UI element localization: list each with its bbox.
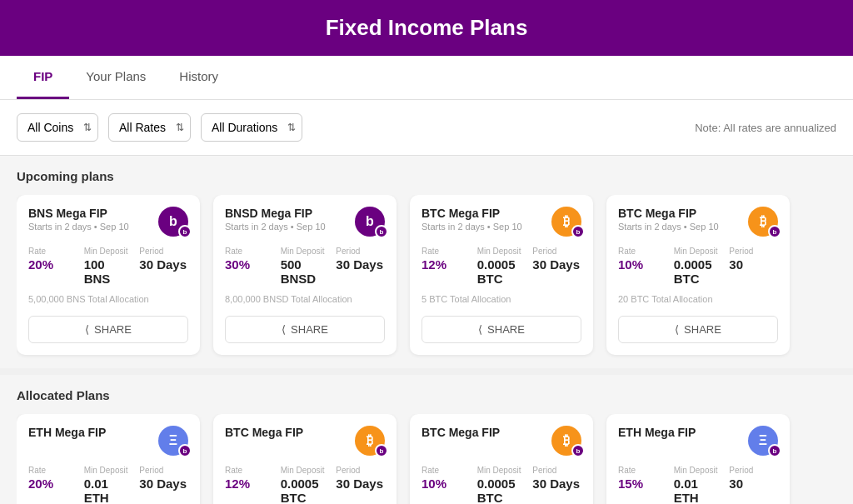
min-deposit-label: Min Deposit [674,466,723,475]
rate-value: 12% [422,257,471,272]
rates-filter[interactable]: All Rates 10% 12% 15% 20% 30% [108,113,191,142]
coin-badge: b [571,225,585,238]
rate-value: 10% [422,477,471,491]
period-label: Period [532,466,581,475]
share-button[interactable]: ⟨ SHARE [618,316,778,343]
durations-filter[interactable]: All Durations 30 Days 60 Days 90 Days [201,113,302,142]
card-stats: Rate 20% Min Deposit 100 BNS Period 30 D… [28,247,188,286]
allocated-card[interactable]: ETH Mega FIP Ξ b Rate 15% Min Deposit 0.… [606,414,790,504]
period-value: 30 Days [532,477,581,491]
upcoming-card[interactable]: BNSD Mega FIP Starts in 2 days • Sep 10 … [213,195,397,355]
card-stats: Rate 12% Min Deposit 0.0005 BTC Period 3… [225,466,385,504]
min-deposit-stat: Min Deposit 0.0005 BTC [281,466,330,504]
page-title: Fixed Income Plans [15,15,838,41]
rate-label: Rate [28,466,77,475]
card-stats: Rate 30% Min Deposit 500 BNSD Period 30 … [225,247,385,286]
upcoming-card[interactable]: BTC Mega FIP Starts in 2 days • Sep 10 ₿… [410,195,593,355]
period-value: 30 Days [139,477,188,491]
min-deposit-stat: Min Deposit 0.0005 BTC [477,466,526,504]
share-label: SHARE [94,323,132,336]
share-button[interactable]: ⟨ SHARE [28,316,188,343]
share-icon: ⟨ [282,323,286,336]
upcoming-cards-row: BNS Mega FIP Starts in 2 days • Sep 10 b… [17,195,836,362]
min-deposit-label: Min Deposit [84,247,133,256]
period-stat: Period 30 Days [139,247,188,286]
coin-icon: b b [355,207,385,237]
card-title: BNS Mega FIP [28,207,129,220]
card-title: BTC Mega FIP [225,426,303,439]
coin-badge: b [178,225,192,238]
card-title: BTC Mega FIP [422,426,500,439]
period-stat: Period 30 Days [139,466,188,504]
allocated-card[interactable]: BTC Mega FIP ₿ b Rate 10% Min Deposit 0.… [410,414,593,504]
coin-icon: b b [158,207,188,237]
card-subtitle: Starts in 2 days • Sep 10 [618,222,719,232]
period-stat: Period 30 Days [336,466,385,504]
tab-fip[interactable]: FIP [17,56,69,99]
rate-value: 12% [225,477,274,491]
min-deposit-label: Min Deposit [281,466,330,475]
durations-filter-wrapper: All Durations 30 Days 60 Days 90 Days [201,113,302,142]
card-title: BTC Mega FIP [618,207,719,220]
share-button[interactable]: ⟨ SHARE [225,316,385,343]
allocated-section-title: Allocated Plans [17,388,836,402]
card-header: BTC Mega FIP ₿ b [225,426,385,456]
rates-filter-wrapper: All Rates 10% 12% 15% 20% 30% [108,113,191,142]
period-label: Period [139,247,188,256]
rate-label: Rate [618,247,667,256]
share-label: SHARE [684,323,721,336]
annualized-note: Note: All rates are annualized [695,122,836,134]
min-deposit-stat: Min Deposit 500 BNSD [281,247,330,286]
min-deposit-label: Min Deposit [477,466,526,475]
rate-stat: Rate 15% [618,466,667,504]
card-subtitle: Starts in 2 days • Sep 10 [28,222,129,232]
rate-stat: Rate 10% [618,247,667,286]
period-value: 30 [729,257,778,272]
rate-value: 30% [225,257,274,272]
min-deposit-value: 0.0005 BTC [477,257,526,286]
allocated-cards-row: ETH Mega FIP Ξ b Rate 20% Min Deposit 0.… [17,414,836,504]
allocated-card[interactable]: BTC Mega FIP ₿ b Rate 12% Min Deposit 0.… [213,414,397,504]
min-deposit-label: Min Deposit [674,247,723,256]
min-deposit-stat: Min Deposit 0.01 ETH [674,466,723,504]
card-header: ETH Mega FIP Ξ b [618,426,778,456]
rate-label: Rate [225,247,274,256]
share-label: SHARE [487,323,525,336]
card-subtitle: Starts in 2 days • Sep 10 [422,222,522,232]
period-label: Period [729,247,778,256]
allocated-section: Allocated Plans ETH Mega FIP Ξ b Rate 20… [0,375,853,504]
card-header: BTC Mega FIP Starts in 2 days • Sep 10 ₿… [618,207,778,237]
upcoming-card[interactable]: BNS Mega FIP Starts in 2 days • Sep 10 b… [17,195,200,355]
card-stats: Rate 15% Min Deposit 0.01 ETH Period 30 [618,466,778,504]
card-stats: Rate 20% Min Deposit 0.01 ETH Period 30 … [28,466,188,504]
card-title: BNSD Mega FIP [225,207,326,220]
rate-value: 15% [618,477,667,491]
allocated-card[interactable]: ETH Mega FIP Ξ b Rate 20% Min Deposit 0.… [17,414,200,504]
card-header: BTC Mega FIP Starts in 2 days • Sep 10 ₿… [422,207,581,237]
rate-value: 10% [618,257,667,272]
share-icon: ⟨ [478,323,482,336]
rate-value: 20% [28,257,77,272]
card-allocation: 5 BTC Total Allocation [422,294,581,307]
period-label: Period [336,247,385,256]
share-icon: ⟨ [675,323,679,336]
share-button[interactable]: ⟨ SHARE [422,316,581,343]
coins-filter-wrapper: All Coins BNS BNSD BTC ETH [17,113,98,142]
tab-your-plans[interactable]: Your Plans [69,56,162,99]
upcoming-card[interactable]: BTC Mega FIP Starts in 2 days • Sep 10 ₿… [606,195,790,355]
rate-label: Rate [28,247,77,256]
period-label: Period [729,466,778,475]
tab-history[interactable]: History [162,56,235,99]
rate-stat: Rate 30% [225,247,274,286]
coin-icon: Ξ b [748,426,778,456]
tab-bar: FIP Your Plans History [0,56,853,100]
section-separator [0,368,853,375]
period-value: 30 Days [336,477,385,491]
period-stat: Period 30 Days [532,466,581,504]
min-deposit-value: 0.0005 BTC [477,477,526,504]
coins-filter[interactable]: All Coins BNS BNSD BTC ETH [17,113,98,142]
coin-badge: b [375,444,388,457]
coin-badge: b [375,225,388,238]
card-stats: Rate 10% Min Deposit 0.0005 BTC Period 3… [618,247,778,286]
period-label: Period [532,247,581,256]
